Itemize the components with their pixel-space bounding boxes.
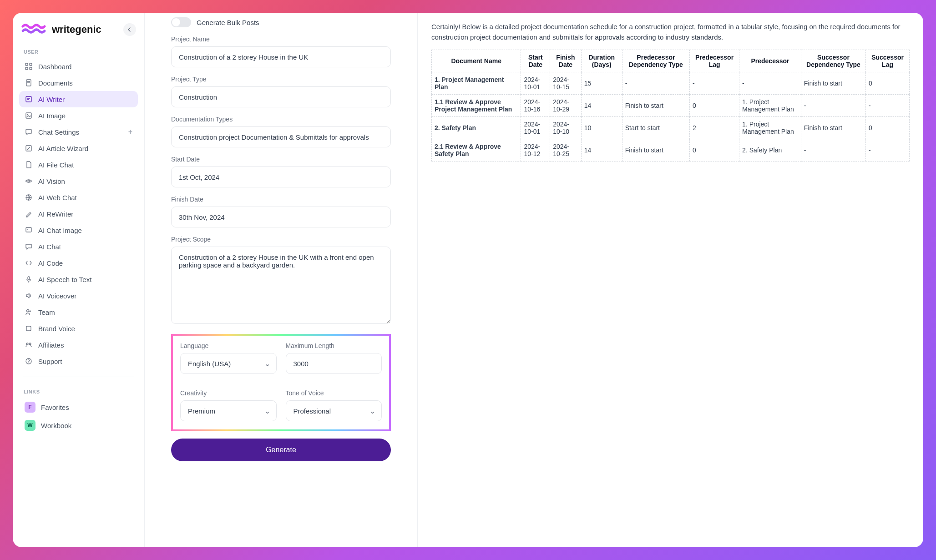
project-name-input[interactable] (171, 46, 391, 67)
language-select[interactable] (180, 353, 277, 374)
th-duration: Duration (Days) (581, 50, 622, 72)
svg-point-16 (27, 229, 28, 230)
options-highlight-box: Language ⌄ Maximum Length Creativity ⌄ (171, 334, 391, 431)
table-cell: 0 (690, 139, 739, 161)
svg-rect-17 (28, 277, 30, 280)
sidebar-link-workbook[interactable]: W Workbook (19, 416, 138, 434)
sidebar-item-affiliates[interactable]: Affiliates (19, 337, 138, 353)
table-cell: 2024-10-16 (521, 95, 550, 117)
svg-point-11 (27, 114, 28, 115)
sidebar-item-ai-writer[interactable]: AI Writer (19, 91, 138, 107)
sidebar-item-label: Team (38, 308, 55, 316)
bulk-toggle-label: Generate Bulk Posts (197, 19, 259, 26)
output-table: Document Name Start Date Finish Date Dur… (431, 50, 910, 161)
svg-point-13 (28, 180, 30, 182)
th-pred-dep-type: Predecessor Dependency Type (622, 50, 689, 72)
th-start-date: Start Date (521, 50, 550, 72)
sidebar-item-label: AI Vision (38, 177, 65, 185)
tone-select[interactable] (286, 400, 382, 421)
sidebar-item-brand-voice[interactable]: Brand Voice (19, 320, 138, 337)
sidebar-item-label: AI Voiceover (38, 292, 76, 300)
sidebar-item-chat-settings[interactable]: Chat Settings + (19, 124, 138, 140)
creativity-select[interactable] (180, 400, 277, 421)
sidebar-item-label: Documents (38, 79, 73, 87)
globe-icon (25, 193, 33, 202)
table-cell: 10 (581, 117, 622, 139)
svg-point-23 (28, 363, 29, 363)
sidebar-item-label: AI Chat Image (38, 227, 82, 234)
logo-text: writegenic (52, 24, 101, 35)
table-cell: Finish to start (801, 117, 865, 139)
svg-rect-19 (26, 326, 31, 331)
sidebar-item-label: AI Speech to Text (38, 276, 91, 283)
doc-types-input[interactable] (171, 126, 391, 147)
table-cell: Start to start (622, 117, 689, 139)
users-icon (25, 341, 33, 349)
table-cell: 2024-10-01 (521, 72, 550, 95)
table-cell: 15 (581, 72, 622, 95)
grid-icon (25, 62, 33, 71)
table-cell: 14 (581, 139, 622, 161)
sidebar-item-label: AI File Chat (38, 161, 74, 169)
table-cell: 0 (690, 95, 739, 117)
svg-point-18 (27, 310, 29, 312)
start-date-input[interactable] (171, 166, 391, 187)
sidebar-item-ai-article-wizard[interactable]: AI Article Wizard (19, 140, 138, 156)
sidebar-item-ai-rewriter[interactable]: AI ReWriter (19, 206, 138, 222)
sidebar-link-favorites[interactable]: F Favorites (19, 398, 138, 416)
table-cell: 2024-10-12 (521, 139, 550, 161)
help-icon (25, 357, 33, 365)
table-cell: - (622, 72, 689, 95)
finish-date-input[interactable] (171, 207, 391, 227)
th-finish-date: Finish Date (550, 50, 582, 72)
scope-textarea[interactable] (171, 247, 391, 324)
svg-rect-7 (26, 96, 31, 102)
sidebar-section-user: USER (24, 49, 133, 55)
project-type-input[interactable] (171, 86, 391, 107)
th-document-name: Document Name (432, 50, 521, 72)
sidebar-item-ai-file-chat[interactable]: AI File Chat (19, 156, 138, 173)
chevron-left-icon (127, 27, 132, 32)
sidebar-item-support[interactable]: Support (19, 353, 138, 369)
sidebar-item-ai-code[interactable]: AI Code (19, 255, 138, 271)
note-icon (25, 95, 33, 103)
bulk-toggle-row: Generate Bulk Posts (171, 17, 391, 27)
table-row: 2.1 Review & Approve Safety Plan2024-10-… (432, 139, 910, 161)
table-cell: 2.1 Review & Approve Safety Plan (432, 139, 521, 161)
plus-icon: + (128, 128, 132, 136)
generate-button[interactable]: Generate (171, 439, 391, 461)
project-name-label: Project Name (171, 35, 391, 43)
speaker-icon (25, 292, 33, 300)
image-icon (25, 111, 33, 120)
finish-date-label: Finish Date (171, 196, 391, 203)
doc-types-label: Documentation Types (171, 116, 391, 123)
sidebar-item-ai-vision[interactable]: AI Vision (19, 173, 138, 189)
sidebar-item-label: AI Article Wizard (38, 145, 88, 152)
sidebar-collapse-button[interactable] (123, 23, 136, 36)
chat-icon (25, 128, 33, 136)
start-date-label: Start Date (171, 156, 391, 163)
sidebar-item-ai-chat-image[interactable]: AI Chat Image (19, 222, 138, 238)
sidebar-item-ai-chat[interactable]: AI Chat (19, 238, 138, 255)
maxlen-input[interactable] (286, 353, 382, 374)
logo[interactable]: writegenic (21, 23, 101, 36)
wand-icon (25, 144, 33, 152)
code-icon (25, 259, 33, 267)
table-cell: Finish to start (622, 139, 689, 161)
table-cell: 2. Safety Plan (432, 117, 521, 139)
sidebar-item-ai-image[interactable]: AI Image (19, 107, 138, 124)
sidebar-item-label: Chat Settings (38, 128, 79, 136)
sidebar-item-ai-voiceover[interactable]: AI Voiceover (19, 288, 138, 304)
sidebar-item-dashboard[interactable]: Dashboard (19, 58, 138, 75)
sidebar-item-ai-web-chat[interactable]: AI Web Chat (19, 189, 138, 206)
tone-label: Tone of Voice (286, 389, 382, 397)
bulk-toggle[interactable] (171, 17, 191, 27)
sidebar-item-documents[interactable]: Documents (19, 75, 138, 91)
sidebar-item-ai-speech-to-text[interactable]: AI Speech to Text (19, 271, 138, 288)
th-predecessor: Predecessor (739, 50, 801, 72)
sidebar-item-label: Support (38, 358, 62, 365)
sidebar-item-label: Dashboard (38, 63, 71, 71)
output-panel: Certainly! Below is a detailed project d… (418, 13, 923, 547)
table-cell: - (866, 95, 910, 117)
sidebar-item-team[interactable]: Team (19, 304, 138, 320)
